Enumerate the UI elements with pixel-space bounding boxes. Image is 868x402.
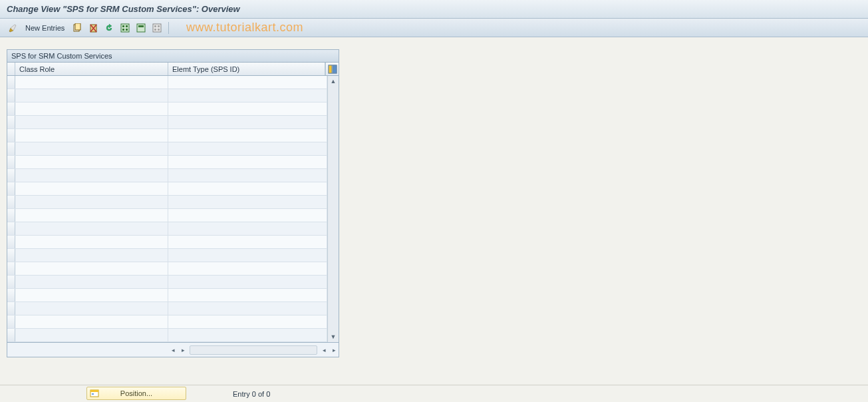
cell-elemt-type[interactable] (168, 236, 327, 248)
cell-class-role[interactable] (15, 236, 168, 248)
table-row[interactable] (7, 196, 327, 209)
row-selector[interactable] (7, 156, 15, 168)
cell-class-role[interactable] (15, 76, 168, 89)
cell-elemt-type[interactable] (168, 89, 327, 102)
table-row[interactable] (7, 262, 327, 276)
undo-icon[interactable] (103, 22, 115, 34)
cell-elemt-type[interactable] (168, 182, 327, 195)
row-selector[interactable] (7, 262, 15, 275)
cell-class-role[interactable] (15, 116, 168, 128)
cell-elemt-type[interactable] (168, 129, 327, 142)
cell-class-role[interactable] (15, 209, 168, 222)
cell-class-role[interactable] (15, 302, 168, 315)
cell-elemt-type[interactable] (168, 76, 327, 89)
table-row[interactable] (7, 102, 327, 116)
cell-class-role[interactable] (15, 222, 168, 235)
cell-elemt-type[interactable] (168, 276, 327, 288)
horizontal-scrollbar[interactable]: ◂ ▸ ◂ ▸ (168, 345, 339, 355)
cell-elemt-type[interactable] (168, 315, 327, 328)
cell-elemt-type[interactable] (168, 289, 327, 302)
cell-elemt-type[interactable] (168, 329, 327, 341)
cell-elemt-type[interactable] (168, 102, 327, 115)
table-row[interactable] (7, 315, 327, 329)
scroll-right-end-icon[interactable]: ▸ (329, 345, 339, 355)
table-row[interactable] (7, 329, 327, 342)
row-selector-header[interactable] (7, 63, 15, 75)
row-selector[interactable] (7, 315, 15, 328)
cell-class-role[interactable] (15, 182, 168, 195)
select-block-icon[interactable] (135, 22, 147, 34)
configure-columns-icon[interactable] (325, 63, 339, 75)
row-selector[interactable] (7, 76, 15, 89)
cell-class-role[interactable] (15, 329, 168, 341)
position-button[interactable]: Position... (86, 387, 186, 400)
table-row[interactable] (7, 169, 327, 182)
row-selector[interactable] (7, 289, 15, 302)
cell-elemt-type[interactable] (168, 196, 327, 208)
cell-class-role[interactable] (15, 102, 168, 115)
cell-class-role[interactable] (15, 156, 168, 168)
cell-class-role[interactable] (15, 289, 168, 302)
row-selector[interactable] (7, 142, 15, 155)
table-row[interactable] (7, 289, 327, 302)
row-selector[interactable] (7, 129, 15, 142)
row-selector[interactable] (7, 249, 15, 262)
table-row[interactable] (7, 142, 327, 156)
delete-icon[interactable] (87, 22, 99, 34)
row-selector[interactable] (7, 89, 15, 102)
row-selector[interactable] (7, 182, 15, 195)
column-header-class-role[interactable]: Class Role (15, 63, 168, 75)
cell-class-role[interactable] (15, 89, 168, 102)
row-selector[interactable] (7, 196, 15, 208)
cell-elemt-type[interactable] (168, 249, 327, 262)
row-selector[interactable] (7, 116, 15, 128)
table-row[interactable] (7, 116, 327, 129)
table-row[interactable] (7, 129, 327, 142)
cell-class-role[interactable] (15, 142, 168, 155)
cell-elemt-type[interactable] (168, 156, 327, 168)
scroll-left-icon[interactable]: ▸ (178, 345, 188, 355)
cell-elemt-type[interactable] (168, 169, 327, 182)
table-row[interactable] (7, 89, 327, 102)
cell-elemt-type[interactable] (168, 209, 327, 222)
row-selector[interactable] (7, 222, 15, 235)
row-selector[interactable] (7, 276, 15, 288)
cell-elemt-type[interactable] (168, 116, 327, 128)
table-row[interactable] (7, 182, 327, 196)
cell-class-role[interactable] (15, 129, 168, 142)
scroll-track[interactable] (190, 345, 317, 355)
cell-class-role[interactable] (15, 249, 168, 262)
table-row[interactable] (7, 276, 327, 289)
copy-icon[interactable] (71, 22, 83, 34)
cell-elemt-type[interactable] (168, 262, 327, 275)
cell-class-role[interactable] (15, 169, 168, 182)
deselect-all-icon[interactable] (151, 22, 163, 34)
table-row[interactable] (7, 156, 327, 169)
cell-class-role[interactable] (15, 276, 168, 288)
scroll-right-icon[interactable]: ◂ (319, 345, 329, 355)
table-row[interactable] (7, 76, 327, 89)
cell-class-role[interactable] (15, 262, 168, 275)
row-selector[interactable] (7, 169, 15, 182)
select-all-icon[interactable] (119, 22, 131, 34)
change-icon[interactable] (7, 22, 19, 34)
cell-elemt-type[interactable] (168, 222, 327, 235)
scroll-up-icon[interactable]: ▲ (328, 76, 339, 87)
column-header-elemt-type[interactable]: Elemt Type (SPS ID) (168, 63, 325, 75)
cell-class-role[interactable] (15, 315, 168, 328)
vertical-scrollbar[interactable]: ▲ ▼ (327, 76, 339, 342)
row-selector[interactable] (7, 329, 15, 341)
row-selector[interactable] (7, 209, 15, 222)
cell-class-role[interactable] (15, 196, 168, 208)
scroll-down-icon[interactable]: ▼ (328, 331, 339, 342)
cell-elemt-type[interactable] (168, 302, 327, 315)
row-selector[interactable] (7, 102, 15, 115)
new-entries-button[interactable]: New Entries (23, 24, 67, 32)
row-selector[interactable] (7, 236, 15, 248)
table-row[interactable] (7, 209, 327, 222)
cell-elemt-type[interactable] (168, 142, 327, 155)
scroll-left-start-icon[interactable]: ◂ (168, 345, 178, 355)
table-row[interactable] (7, 249, 327, 262)
table-row[interactable] (7, 236, 327, 249)
table-row[interactable] (7, 302, 327, 315)
